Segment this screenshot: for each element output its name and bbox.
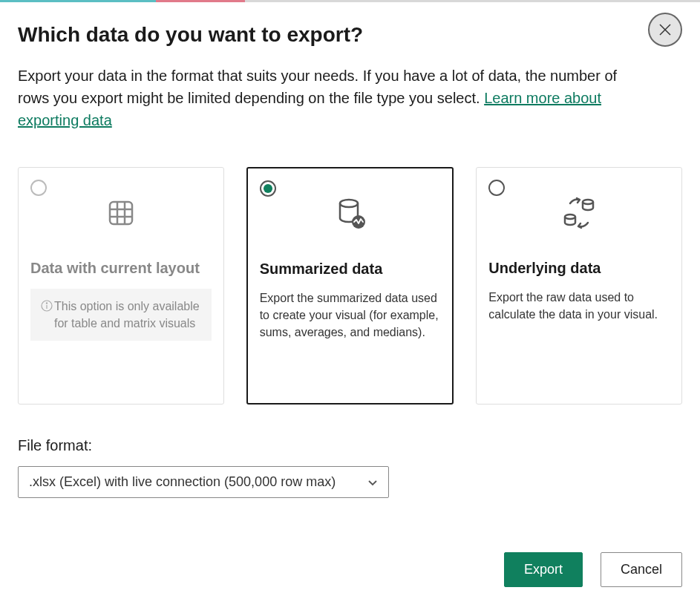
svg-point-12 (583, 200, 593, 204)
close-icon (658, 23, 672, 36)
svg-point-10 (340, 200, 358, 207)
option-title: Summarized data (260, 261, 441, 278)
export-options: Data with current layout This option is … (18, 167, 682, 405)
close-button[interactable] (648, 13, 682, 47)
radio-current-layout (30, 180, 47, 196)
database-transfer-icon (488, 187, 670, 239)
file-format-section: File format: .xlsx (Excel) with live con… (18, 437, 682, 498)
table-icon (30, 187, 212, 239)
option-desc: Export the summarized data used to creat… (260, 289, 441, 341)
info-icon (41, 299, 53, 332)
cancel-button[interactable]: Cancel (601, 552, 682, 587)
option-title: Underlying data (488, 260, 670, 277)
svg-rect-2 (110, 202, 132, 224)
info-box: This option is only available for table … (30, 289, 212, 341)
database-summary-icon (260, 188, 441, 240)
option-desc: Export the raw data used to calculate th… (488, 289, 670, 323)
svg-point-9 (46, 303, 47, 304)
radio-summarized[interactable] (260, 180, 276, 197)
file-format-select[interactable]: .xlsx (Excel) with live connection (500,… (18, 466, 389, 498)
svg-point-13 (565, 215, 575, 219)
dialog-footer: Export Cancel (504, 552, 682, 587)
chevron-down-icon (367, 477, 378, 488)
option-underlying[interactable]: Underlying data Export the raw data used… (476, 167, 682, 405)
export-button[interactable]: Export (504, 552, 583, 587)
dialog-title: Which data do you want to export? (18, 23, 682, 47)
option-title: Data with current layout (30, 260, 212, 277)
export-dialog: Which data do you want to export? Export… (0, 2, 700, 596)
option-current-layout: Data with current layout This option is … (18, 167, 224, 405)
dialog-intro: Export your data in the format that suit… (18, 65, 649, 131)
file-format-label: File format: (18, 437, 682, 454)
option-summarized[interactable]: Summarized data Export the summarized da… (246, 167, 454, 405)
